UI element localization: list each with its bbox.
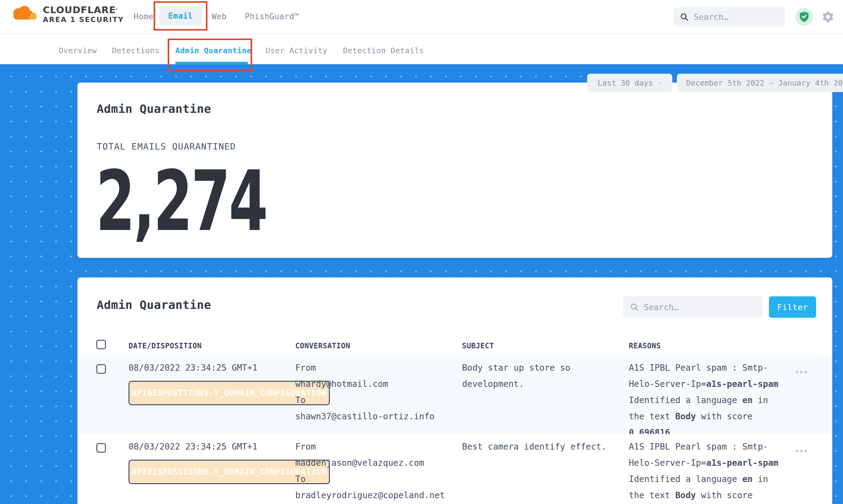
column-header-date-disposition: DATE/DISPOSITION	[128, 342, 201, 350]
from-label: From	[295, 360, 453, 376]
summary-card-title: Admin Quarantine	[97, 102, 211, 115]
tab-detections[interactable]: Detections	[112, 46, 160, 55]
global-search-input[interactable]	[694, 12, 779, 22]
tab-detection-details[interactable]: Detection Details	[343, 46, 424, 55]
row-conversation: From maddenjason@velazquez.com To bradle…	[295, 438, 453, 503]
date-range-display[interactable]: December 5th 2022 — January 4th 2023	[677, 74, 843, 92]
row-conversation: From whardy@hotmail.com To shawn37@casti…	[295, 360, 453, 425]
to-label: To	[295, 392, 453, 408]
annotation-box-email: Email	[154, 1, 208, 31]
nav-item-email[interactable]: Email	[159, 6, 202, 25]
table-search-input[interactable]	[644, 303, 755, 312]
table-header: DATE/DISPOSITION CONVERSATION SUBJECT RE…	[77, 335, 832, 355]
row-reasons: A1S IPBL Pearl spam : Smtp-Helo-Server-I…	[629, 438, 783, 504]
column-header-conversation: CONVERSATION	[295, 342, 350, 350]
nav-item-phishguard[interactable]: PhishGuard™	[245, 12, 299, 21]
sub-nav: Overview Detections Admin Quarantine Use…	[0, 34, 843, 64]
nav-item-web[interactable]: Web	[212, 12, 226, 21]
from-address: whardy@hotmail.com	[295, 376, 453, 392]
search-icon	[680, 12, 689, 21]
to-address: bradleyrodriguez@copeland.net	[295, 487, 453, 503]
search-icon	[630, 303, 639, 312]
nav-item-home[interactable]: Home	[134, 12, 154, 21]
top-nav: CLOUDFLARE’ AREA 1 SECURITY Home Email W…	[0, 0, 843, 34]
ellipsis-menu-icon[interactable]	[796, 368, 814, 376]
screen: CLOUDFLARE’ AREA 1 SECURITY Home Email W…	[0, 0, 843, 504]
quarantine-card: Admin Quarantine Filter DATE/DISPOSITION…	[77, 277, 832, 504]
filter-button[interactable]: Filter	[769, 296, 816, 318]
brand-subtitle: AREA 1 SECURITY	[43, 15, 124, 24]
table-search	[623, 296, 762, 318]
to-address: shawn37@castillo-ortiz.info	[295, 408, 453, 425]
shield-check-icon	[799, 11, 809, 23]
date-range-selector[interactable]: Last 30 days ▾	[587, 74, 672, 92]
row-date: 08/03/2022 23:34:25 GMT+1	[128, 360, 257, 376]
row-subject: Body star up store so development.	[462, 360, 608, 392]
brand: CLOUDFLARE’ AREA 1 SECURITY	[9, 4, 124, 24]
row-subject: Best camera identify effect.	[462, 438, 608, 455]
from-address: maddenjason@velazquez.com	[295, 455, 453, 471]
account-status-badge[interactable]	[795, 8, 813, 26]
column-header-reasons: REASONS	[629, 342, 661, 350]
cloudflare-logo-icon	[9, 4, 38, 24]
table-row[interactable]: 08/03/2022 23:34:25 GMT+1 APIDISPOSITION…	[77, 434, 832, 504]
row-checkbox[interactable]	[96, 443, 106, 453]
table-row[interactable]: 08/03/2022 23:34:25 GMT+1 APIDISPOSITION…	[77, 355, 832, 434]
global-search	[673, 7, 785, 26]
trademark-mark: ’	[116, 7, 118, 12]
table-body: 08/03/2022 23:34:25 GMT+1 APIDISPOSITION…	[77, 355, 832, 504]
quarantine-card-title: Admin Quarantine	[97, 298, 211, 312]
row-reasons: A1S IPBL Pearl spam : Smtp-Helo-Server-I…	[629, 360, 783, 441]
ellipsis-menu-icon[interactable]	[796, 447, 814, 455]
metric-label: TOTAL EMAILS QUARANTINED	[97, 141, 236, 152]
to-label: To	[295, 471, 453, 487]
gear-icon[interactable]	[821, 10, 835, 23]
row-date: 08/03/2022 23:34:25 GMT+1	[128, 438, 257, 455]
chevron-down-icon: ▾	[658, 80, 662, 86]
row-checkbox[interactable]	[96, 364, 106, 374]
metric-value: 2,274	[96, 160, 266, 243]
from-label: From	[295, 438, 453, 455]
select-all-checkbox[interactable]	[96, 340, 106, 349]
column-header-subject: SUBJECT	[462, 342, 494, 350]
tab-user-activity[interactable]: User Activity	[266, 46, 328, 55]
summary-card: Admin Quarantine TOTAL EMAILS QUARANTINE…	[77, 83, 832, 258]
brand-name: CLOUDFLARE’	[43, 5, 124, 15]
tab-overview[interactable]: Overview	[59, 46, 97, 55]
annotation-box-admin-quarantine	[168, 38, 252, 72]
